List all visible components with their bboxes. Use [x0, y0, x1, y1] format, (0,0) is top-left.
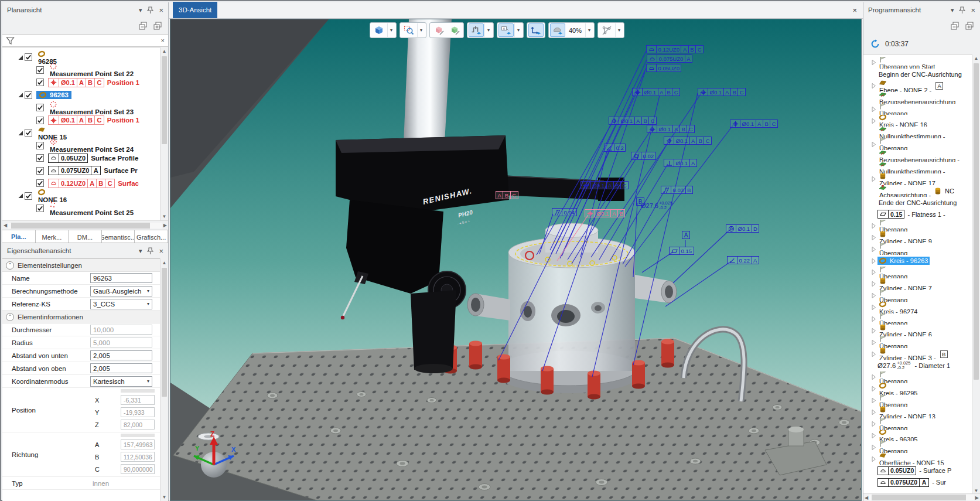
- tree-expander-icon[interactable]: [869, 444, 877, 451]
- tree-expander-icon[interactable]: [869, 432, 877, 439]
- program-item[interactable]: Übergang: [863, 418, 972, 430]
- value-field[interactable]: 96263: [90, 273, 152, 283]
- program-item[interactable]: Zylinder - NONE 7: [863, 278, 972, 290]
- checkbox[interactable]: [25, 53, 33, 61]
- gdt-frame[interactable]: 0.12UZ0ABC: [48, 179, 115, 188]
- program-item[interactable]: Übergang: [863, 290, 972, 302]
- tree-expander-icon[interactable]: [869, 269, 877, 275]
- value-field[interactable]: 10,000: [90, 325, 152, 335]
- gdt-callout[interactable]: Ø0.1ABC: [632, 88, 680, 96]
- program-item[interactable]: Übergang: [863, 104, 972, 115]
- plan-tree-row[interactable]: Measurement Point Set 23: [2, 101, 168, 114]
- tree-expander-icon[interactable]: [869, 59, 877, 66]
- chevron-down-icon[interactable]: ▾: [417, 23, 425, 37]
- checkbox[interactable]: [36, 79, 45, 86]
- collapse-chevron-icon[interactable]: ⌃: [6, 313, 14, 321]
- gdt-callout[interactable]: 0.075UZ0A: [647, 54, 692, 63]
- value-field[interactable]: 2,005: [90, 363, 152, 373]
- program-item[interactable]: Zylinder - NONE 3 -B: [863, 348, 972, 360]
- value-field[interactable]: 90,000000: [121, 464, 155, 474]
- tree-expander-icon[interactable]: [869, 118, 877, 124]
- tree-expander-icon[interactable]: [869, 304, 877, 311]
- tree-expander-icon[interactable]: [869, 141, 877, 148]
- gdt-callout[interactable]: Ø0.1ABC: [664, 137, 712, 145]
- tree-expander-icon[interactable]: [869, 316, 877, 322]
- program-item[interactable]: Übergang: [863, 395, 972, 407]
- plan-tree-row[interactable]: Measurement Point Set 25: [2, 202, 168, 215]
- part-visibility-button[interactable]: [550, 23, 565, 37]
- program-item[interactable]: Ende der CNC-Ausrichtung: [863, 197, 972, 209]
- plan-tree-hscrollbar[interactable]: ◀▶: [2, 220, 168, 230]
- filter-clear-icon[interactable]: ×: [161, 37, 165, 44]
- gdt-callout[interactable]: 0.12UZ0ABC: [646, 45, 704, 53]
- plan-tree-row[interactable]: 0.05UZ0Surface Profile: [2, 152, 168, 165]
- pin-icon[interactable]: [959, 6, 965, 14]
- checkbox[interactable]: [36, 167, 45, 175]
- tree-expander-icon[interactable]: [869, 456, 877, 462]
- refresh-icon[interactable]: [870, 39, 880, 49]
- value-field[interactable]: 82,000: [121, 420, 155, 430]
- tree-expander-icon[interactable]: [869, 223, 877, 229]
- tree-expander-icon[interactable]: [16, 130, 25, 136]
- program-item[interactable]: Übergang: [863, 441, 972, 453]
- program-item[interactable]: Zylinder - NONE 6: [863, 325, 972, 336]
- properties-scrollbar[interactable]: ▲▼: [160, 258, 168, 501]
- tree-expander-icon[interactable]: [869, 397, 877, 404]
- program-item[interactable]: Beginn der CNC-Ausrichtung: [863, 69, 972, 80]
- program-item[interactable]: Übergang: [863, 243, 972, 255]
- gdt-callout[interactable]: 0.22A: [727, 256, 759, 264]
- selected-gdt-callout[interactable]: Ø0.1AB: [585, 209, 625, 217]
- tree-expander-icon[interactable]: [869, 246, 877, 253]
- program-item[interactable]: Übergang: [863, 336, 972, 348]
- program-item[interactable]: Nullpunktbestimmung -: [863, 127, 972, 138]
- gdt-callout[interactable]: 0.03B: [661, 186, 693, 194]
- program-item[interactable]: Übergang von Start: [863, 57, 972, 69]
- tree-expander-icon[interactable]: [869, 351, 877, 357]
- gdt-frame[interactable]: Ø0.1ABC: [48, 115, 104, 125]
- program-item[interactable]: Kreis - 96295: [863, 383, 972, 395]
- tree-expander-icon[interactable]: [869, 386, 877, 392]
- plan-tree-row[interactable]: Ø0.1ABCPosition 1: [2, 76, 168, 89]
- tree-expander-icon[interactable]: [869, 234, 877, 241]
- chevron-down-icon[interactable]: ▾: [387, 23, 395, 37]
- gdt-callout[interactable]: 0.04: [552, 208, 577, 216]
- gdt-frame[interactable]: 0.15: [877, 210, 904, 219]
- tree-expander-icon[interactable]: [16, 92, 25, 98]
- checkbox[interactable]: [25, 129, 33, 137]
- value-field[interactable]: -19,933: [121, 407, 155, 417]
- view-cube-button[interactable]: [371, 23, 387, 37]
- value-field[interactable]: -6,331: [121, 395, 155, 405]
- gdt-frame[interactable]: 0.05UZ0: [48, 154, 88, 163]
- checkbox[interactable]: [36, 142, 45, 149]
- checkbox[interactable]: [36, 104, 45, 111]
- program-item[interactable]: 0.15- Flatness 1 -: [863, 209, 972, 220]
- chevron-down-icon[interactable]: ▾: [484, 23, 492, 37]
- gdt-callout[interactable]: Ø0.1A: [664, 159, 697, 167]
- tree-expander-icon[interactable]: [869, 292, 877, 299]
- diameter-dimension-note[interactable]: Ø27.6 +0.025-0.2: [641, 201, 672, 211]
- labels-visibility-button[interactable]: A: [498, 23, 514, 37]
- program-item[interactable]: 0.05UZ0- Surface P: [863, 465, 972, 476]
- checkbox[interactable]: [36, 117, 45, 124]
- program-item[interactable]: Ø27.6+0.025-0.2- Diameter 1: [863, 360, 972, 372]
- value-dropdown[interactable]: 3_CCS▾: [90, 299, 152, 309]
- gdt-frame[interactable]: 0.05UZ0: [877, 466, 916, 475]
- program-item[interactable]: Bezugsebenenausrichtung: [863, 92, 972, 104]
- gdt-frame[interactable]: 0.075UZ0A: [48, 166, 101, 175]
- program-item[interactable]: Zylinder - NONE 9: [863, 231, 972, 243]
- checkbox[interactable]: [36, 205, 45, 212]
- expand-all-icon[interactable]: [965, 22, 974, 30]
- checkbox[interactable]: [25, 91, 33, 99]
- program-item[interactable]: Achsausrichtung -NC: [863, 185, 972, 197]
- expand-all-icon[interactable]: [153, 22, 162, 30]
- value-field[interactable]: 2,005: [90, 350, 152, 360]
- zoom-level-dropdown[interactable]: 40%: [566, 23, 585, 37]
- checkbox[interactable]: [25, 192, 33, 200]
- panel-menu-icon[interactable]: ▾: [139, 7, 142, 13]
- tree-expander-icon[interactable]: [869, 281, 877, 287]
- clip-plane-green-button[interactable]: [447, 23, 462, 37]
- gdt-callout[interactable]: Ø0.1ABC: [609, 117, 657, 125]
- 3d-viewport[interactable]: Z Y X: [170, 19, 862, 501]
- program-item[interactable]: Zylinder - NONE 17: [863, 173, 972, 185]
- tree-expander-icon[interactable]: [869, 421, 877, 427]
